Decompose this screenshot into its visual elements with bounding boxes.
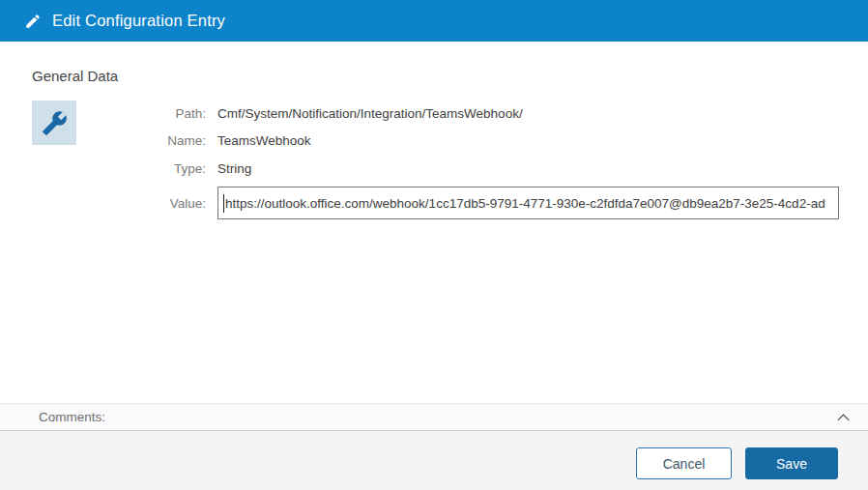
value-input[interactable] (217, 187, 839, 219)
type-value: String (217, 161, 251, 176)
name-label: Name: (0, 133, 206, 148)
save-button[interactable]: Save (745, 447, 838, 479)
path-label: Path: (0, 106, 206, 121)
path-field-row: Path: Cmf/System/Notification/Integratio… (0, 100, 839, 128)
dialog-footer: Cancel Save (0, 431, 868, 490)
comments-label: Comments: (39, 410, 105, 424)
section-title: General Data (32, 68, 118, 84)
chevron-up-icon (835, 412, 852, 423)
text-cursor (223, 194, 224, 213)
value-label: Value: (0, 196, 206, 211)
dialog-title: Edit Configuration Entry (52, 12, 225, 30)
name-field-row: Name: TeamsWebhook (0, 128, 839, 156)
collapse-button[interactable] (833, 408, 853, 427)
type-field-row: Type: String (0, 155, 839, 183)
pencil-icon (24, 13, 42, 30)
comments-bar[interactable]: Comments: (0, 403, 868, 431)
dialog-header: Edit Configuration Entry (0, 0, 868, 42)
name-value: TeamsWebhook (217, 133, 311, 148)
type-label: Type: (0, 161, 206, 176)
path-value: Cmf/System/Notification/Integration/Team… (217, 106, 523, 121)
general-data-fields: Path: Cmf/System/Notification/Integratio… (0, 100, 839, 219)
value-field-row: Value: (0, 187, 839, 219)
cancel-button[interactable]: Cancel (636, 447, 732, 479)
